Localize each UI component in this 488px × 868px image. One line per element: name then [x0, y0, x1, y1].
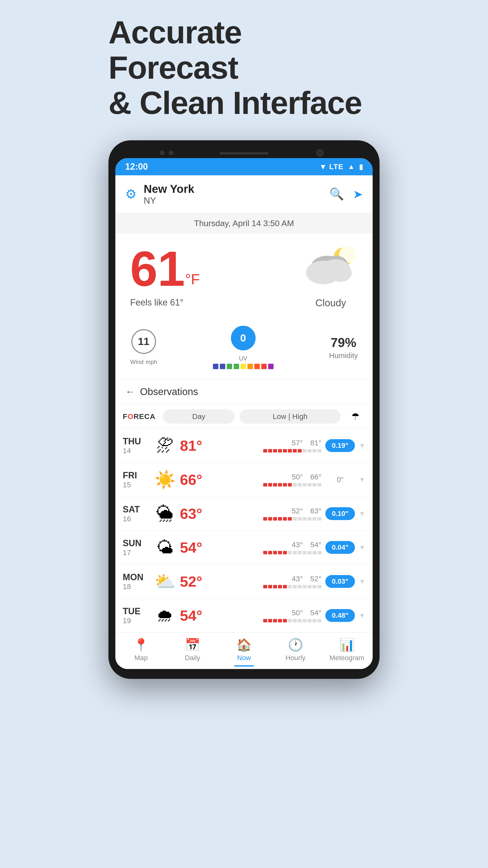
uv-label: UV	[213, 354, 273, 362]
bar-segment	[263, 449, 267, 453]
nav-icon-meteogram: 📊	[339, 638, 355, 652]
forecast-day-name: SAT	[123, 504, 150, 515]
wind-label: Wind mph	[130, 357, 157, 366]
forecast-row[interactable]: SAT 16 🌦 63° 52° 63° 0.10" ▼	[115, 497, 373, 531]
observations-back-icon[interactable]: ←	[125, 386, 135, 397]
foreca-logo: FORECA	[123, 412, 156, 421]
forecast-precip: 0.48"	[325, 609, 355, 622]
forecast-range-temps: 43° 52°	[292, 575, 322, 583]
bar-segment	[283, 517, 287, 521]
bar-segment	[313, 619, 317, 622]
uv-segment	[248, 364, 253, 369]
forecast-day-num: 17	[123, 549, 150, 557]
headline: Accurate Forecast & Clean Interface	[108, 15, 380, 121]
forecast-weather-icon: 🌧	[154, 606, 176, 625]
nav-active-indicator	[234, 665, 254, 666]
uv-value: 0	[240, 332, 246, 344]
nav-icon-hourly: 🕐	[288, 638, 303, 652]
location-icon[interactable]: ➤	[353, 187, 363, 201]
bar-segment	[288, 551, 292, 554]
bar-segment	[278, 551, 282, 554]
uv-segment	[227, 364, 232, 369]
forecast-row[interactable]: MON 18 ⛅ 52° 43° 52° 0.03" ▼	[115, 564, 373, 599]
bar-segment	[268, 449, 272, 453]
header-action-icons: 🔍 ➤	[329, 187, 363, 201]
precip-badge: 0.03"	[325, 575, 355, 588]
forecast-day-num: 15	[123, 480, 150, 489]
forecast-row[interactable]: SUN 17 🌤 54° 43° 54° 0.04" ▼	[115, 531, 373, 564]
status-time: 12:00	[125, 161, 148, 172]
nav-item-now[interactable]: 🏠 Now	[218, 638, 270, 666]
signal-icon: ▲	[348, 163, 355, 170]
bar-segment	[268, 619, 272, 622]
bar-segment	[303, 619, 306, 622]
uv-segment	[268, 364, 273, 369]
forecast-high: 54°	[310, 540, 321, 549]
bar-segment	[298, 585, 302, 588]
forecast-range-bar	[263, 585, 321, 588]
phone-camera	[317, 149, 323, 156]
battery-icon: ▮	[359, 163, 363, 171]
forecast-range-bar	[263, 551, 321, 554]
bar-segment	[268, 585, 272, 588]
bar-segment	[303, 551, 306, 554]
nav-item-hourly[interactable]: 🕐 Hourly	[270, 638, 321, 666]
main-weather: 61°F Feels like 61°	[115, 234, 373, 318]
forecast-expand-icon[interactable]: ▼	[359, 578, 365, 585]
forecast-range: 57° 81°	[218, 439, 321, 453]
forecast-row[interactable]: FRI 15 ☀️ 66° 50° 66° 0" ▼	[115, 463, 373, 497]
status-right: ▾ LTE ▲ ▮	[321, 162, 363, 172]
forecast-low: 43°	[292, 575, 303, 583]
search-icon[interactable]: 🔍	[329, 187, 344, 201]
bar-segment	[293, 619, 297, 622]
forecast-temperature: 54°	[180, 539, 215, 556]
forecast-expand-icon[interactable]: ▼	[359, 510, 365, 518]
forecast-temperature: 63°	[180, 505, 215, 522]
wind-circle: 11	[131, 329, 156, 354]
settings-icon[interactable]: ⚙	[125, 187, 137, 202]
forecast-range-bar	[263, 483, 321, 487]
nav-item-meteogram[interactable]: 📊 Meteogram	[321, 638, 373, 666]
headline-line2: & Clean Interface	[108, 85, 380, 121]
app-header: ⚙ New York NY 🔍 ➤	[115, 175, 373, 213]
forecast-expand-icon[interactable]: ▼	[359, 442, 365, 450]
bar-segment	[307, 551, 312, 554]
bar-segment	[298, 449, 302, 453]
precip-badge: 0.19"	[325, 439, 355, 452]
forecast-rain-column-header: ☂	[346, 411, 365, 422]
nav-label-daily: Daily	[185, 654, 200, 662]
forecast-row[interactable]: THU 14 ⛈ 81° 57° 81° 0.19" ▼	[115, 429, 373, 463]
bar-segment	[278, 585, 282, 588]
humidity-value: 79%	[329, 335, 358, 350]
forecast-range-bar	[263, 619, 321, 622]
forecast-high: 63°	[310, 507, 321, 515]
bar-segment	[278, 483, 282, 487]
nav-item-map[interactable]: 📍 Map	[115, 638, 167, 666]
feels-like: Feels like 61°	[130, 298, 200, 308]
bar-segment	[298, 483, 302, 487]
forecast-range: 43° 54°	[218, 540, 321, 554]
bar-segment	[283, 619, 287, 622]
bar-segment	[263, 619, 267, 622]
forecast-range-temps: 57° 81°	[292, 439, 322, 447]
forecast-temperature: 81°	[180, 437, 215, 454]
bar-segment	[268, 551, 272, 554]
bar-segment	[263, 483, 267, 487]
forecast-range-temps: 50° 54°	[292, 609, 322, 617]
forecast-row[interactable]: TUE 19 🌧 54° 50° 54° 0.48" ▼	[115, 599, 373, 632]
bar-segment	[303, 585, 306, 588]
forecast-expand-icon[interactable]: ▼	[359, 544, 365, 551]
bar-segment	[283, 483, 287, 487]
phone-screen: 12:00 ▾ LTE ▲ ▮ ⚙ New York NY 🔍 ➤ Thursd…	[115, 158, 373, 669]
nav-label-meteogram: Meteogram	[329, 654, 364, 662]
forecast-expand-icon[interactable]: ▼	[359, 476, 365, 484]
forecast-expand-icon[interactable]: ▼	[359, 612, 365, 619]
forecast-day-label: THU 14	[123, 436, 150, 455]
uv-segment	[220, 364, 225, 369]
bottom-navigation: 📍 Map 📅 Daily 🏠 Now 🕐 Hourly 📊 Meteogram	[115, 632, 373, 669]
forecast-day-num: 14	[123, 446, 150, 455]
forecast-low: 57°	[292, 439, 303, 447]
nav-item-daily[interactable]: 📅 Daily	[167, 638, 218, 666]
forecast-weather-icon: 🌤	[154, 537, 176, 557]
observations-row[interactable]: ← Observations	[115, 379, 373, 404]
